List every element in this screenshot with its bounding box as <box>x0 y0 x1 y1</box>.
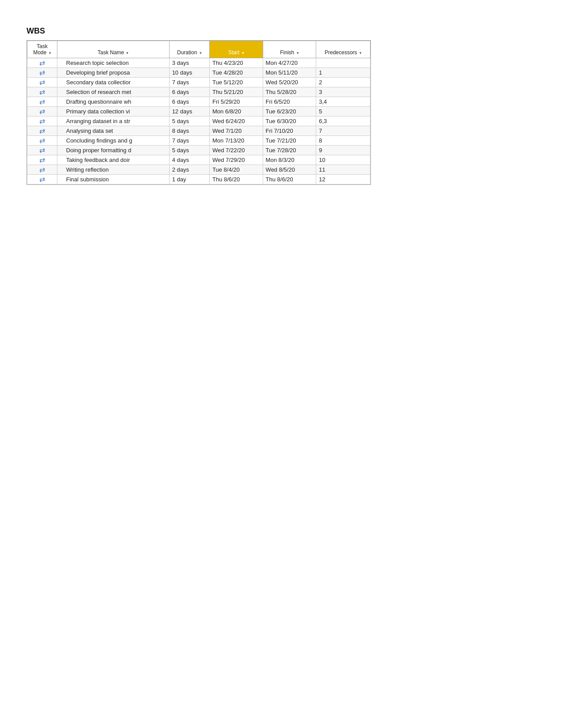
task-finish-cell: Tue 7/21/20 <box>263 136 316 146</box>
table-row[interactable]: ⇄Taking feedback and doir4 daysWed 7/29/… <box>27 155 370 165</box>
task-start-cell: Fri 5/29/20 <box>210 97 263 107</box>
task-mode-icon: ⇄ <box>39 118 45 125</box>
task-predecessors-cell <box>316 58 370 68</box>
task-duration-cell: 5 days <box>169 146 209 155</box>
task-start-cell: Wed 7/1/20 <box>210 126 263 136</box>
th-taskmode-label: TaskMode <box>33 43 48 56</box>
task-predecessors-cell: 3 <box>316 87 370 97</box>
task-mode-icon: ⇄ <box>39 157 45 164</box>
th-finish-label: Finish <box>280 49 294 56</box>
task-finish-cell: Mon 5/11/20 <box>263 68 316 78</box>
task-name-cell: Research topic selection <box>57 58 169 68</box>
task-finish-cell: Tue 7/28/20 <box>263 146 316 155</box>
task-duration-cell: 7 days <box>169 136 209 146</box>
task-name-cell: Final submission <box>57 175 169 184</box>
task-start-cell: Tue 5/12/20 <box>210 78 263 87</box>
task-finish-cell: Wed 5/20/20 <box>263 78 316 87</box>
wbs-table: TaskMode ▾ Task Name ▾ Duration ▾ Start … <box>27 41 370 184</box>
task-start-cell: Wed 6/24/20 <box>210 116 263 126</box>
task-start-cell: Mon 6/8/20 <box>210 107 263 116</box>
task-predecessors-cell: 9 <box>316 146 370 155</box>
task-predecessors-cell: 3,4 <box>316 97 370 107</box>
table-row[interactable]: ⇄Secondary data collectior7 daysTue 5/12… <box>27 78 370 87</box>
task-start-cell: Wed 7/29/20 <box>210 155 263 165</box>
th-finish[interactable]: Finish ▾ <box>263 41 316 58</box>
wbs-table-wrapper: TaskMode ▾ Task Name ▾ Duration ▾ Start … <box>26 40 371 185</box>
task-predecessors-cell: 8 <box>316 136 370 146</box>
th-taskname[interactable]: Task Name ▾ <box>57 41 169 58</box>
task-mode-icon: ⇄ <box>39 176 45 183</box>
task-predecessors-cell: 11 <box>316 165 370 175</box>
table-row[interactable]: ⇄Concluding findings and g7 daysMon 7/13… <box>27 136 370 146</box>
task-mode-icon: ⇄ <box>39 147 45 154</box>
th-duration[interactable]: Duration ▾ <box>169 41 209 58</box>
task-name-cell: Secondary data collectior <box>57 78 169 87</box>
th-duration-dropdown[interactable]: ▾ <box>200 51 202 55</box>
task-name-cell: Writing reflection <box>57 165 169 175</box>
th-finish-dropdown[interactable]: ▾ <box>297 51 299 55</box>
task-mode-cell: ⇄ <box>27 58 57 68</box>
th-taskmode-dropdown[interactable]: ▾ <box>49 51 51 55</box>
th-predecessors[interactable]: Predecessors ▾ <box>316 41 370 58</box>
task-start-cell: Tue 8/4/20 <box>210 165 263 175</box>
task-name-cell: Selection of research met <box>57 87 169 97</box>
task-name-cell: Doing proper formatting d <box>57 146 169 155</box>
table-row[interactable]: ⇄Doing proper formatting d5 daysWed 7/22… <box>27 146 370 155</box>
task-duration-cell: 2 days <box>169 165 209 175</box>
table-row[interactable]: ⇄Drafting questionnaire wh6 daysFri 5/29… <box>27 97 370 107</box>
task-predecessors-cell: 10 <box>316 155 370 165</box>
task-predecessors-cell: 5 <box>316 107 370 116</box>
table-row[interactable]: ⇄Primary data collection vi12 daysMon 6/… <box>27 107 370 116</box>
task-mode-cell: ⇄ <box>27 68 57 78</box>
task-duration-cell: 1 day <box>169 175 209 184</box>
task-duration-cell: 12 days <box>169 107 209 116</box>
task-duration-cell: 3 days <box>169 58 209 68</box>
task-predecessors-cell: 7 <box>316 126 370 136</box>
table-row[interactable]: ⇄Developing brief proposa10 daysTue 4/28… <box>27 68 370 78</box>
table-row[interactable]: ⇄Analysing data set8 daysWed 7/1/20Fri 7… <box>27 126 370 136</box>
task-finish-cell: Thu 8/6/20 <box>263 175 316 184</box>
task-predecessors-cell: 12 <box>316 175 370 184</box>
task-mode-cell: ⇄ <box>27 107 57 116</box>
task-mode-icon: ⇄ <box>39 60 45 67</box>
task-name-cell: Concluding findings and g <box>57 136 169 146</box>
task-mode-icon: ⇄ <box>39 79 45 86</box>
task-finish-cell: Wed 8/5/20 <box>263 165 316 175</box>
task-mode-cell: ⇄ <box>27 78 57 87</box>
task-start-cell: Mon 7/13/20 <box>210 136 263 146</box>
task-finish-cell: Tue 6/30/20 <box>263 116 316 126</box>
table-row[interactable]: ⇄Arranging dataset in a str5 daysWed 6/2… <box>27 116 370 126</box>
page-title: WBS <box>26 26 537 36</box>
task-name-cell: Drafting questionnaire wh <box>57 97 169 107</box>
task-mode-cell: ⇄ <box>27 165 57 175</box>
th-taskname-dropdown[interactable]: ▾ <box>126 51 128 55</box>
th-taskname-label: Task Name <box>98 49 124 56</box>
th-start-dropdown[interactable]: ▾ <box>242 51 244 55</box>
th-taskmode[interactable]: TaskMode ▾ <box>27 41 57 58</box>
task-predecessors-cell: 1 <box>316 68 370 78</box>
task-mode-icon: ⇄ <box>39 137 45 144</box>
th-start[interactable]: Start ▾ <box>210 41 263 58</box>
table-row[interactable]: ⇄Writing reflection2 daysTue 8/4/20Wed 8… <box>27 165 370 175</box>
th-predecessors-dropdown[interactable]: ▾ <box>359 51 362 55</box>
table-row[interactable]: ⇄Final submission1 dayThu 8/6/20Thu 8/6/… <box>27 175 370 184</box>
task-mode-icon: ⇄ <box>39 89 45 96</box>
table-row[interactable]: ⇄Selection of research met6 daysThu 5/21… <box>27 87 370 97</box>
task-finish-cell: Mon 4/27/20 <box>263 58 316 68</box>
task-mode-cell: ⇄ <box>27 175 57 184</box>
task-duration-cell: 8 days <box>169 126 209 136</box>
task-finish-cell: Fri 7/10/20 <box>263 126 316 136</box>
task-mode-cell: ⇄ <box>27 97 57 107</box>
task-mode-icon: ⇄ <box>39 69 45 76</box>
task-start-cell: Thu 4/23/20 <box>210 58 263 68</box>
task-duration-cell: 4 days <box>169 155 209 165</box>
task-finish-cell: Thu 5/28/20 <box>263 87 316 97</box>
task-duration-cell: 6 days <box>169 97 209 107</box>
task-name-cell: Arranging dataset in a str <box>57 116 169 126</box>
task-mode-icon: ⇄ <box>39 166 45 173</box>
task-mode-icon: ⇄ <box>39 108 45 115</box>
task-mode-icon: ⇄ <box>39 128 45 135</box>
task-duration-cell: 6 days <box>169 87 209 97</box>
th-start-label: Start <box>228 49 239 56</box>
table-row[interactable]: ⇄Research topic selection3 daysThu 4/23/… <box>27 58 370 68</box>
